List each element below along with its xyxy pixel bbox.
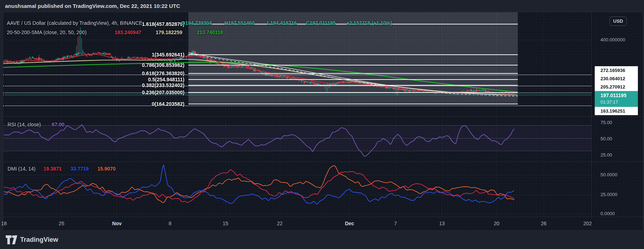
fib-level-label: 0.382(233.532402) xyxy=(3,82,184,89)
time-axis-label: Nov xyxy=(112,221,122,226)
fib-level-line[interactable] xyxy=(188,65,518,65)
price-level-box: 163.196251 xyxy=(595,107,638,115)
fib-level-line[interactable] xyxy=(188,104,518,104)
published-caption: anushsamal published on TradingView.com,… xyxy=(0,0,644,12)
price-tick-400: 400.000000 xyxy=(600,37,625,43)
last-price-value: 197.011195 xyxy=(600,91,638,99)
price-level-box: 205.270912 xyxy=(595,83,638,91)
tradingview-snapshot: anushsamal published on TradingView.com,… xyxy=(0,0,644,249)
pane-divider-rsi-dmi[interactable] xyxy=(3,162,643,162)
currency-toggle-button[interactable]: USD xyxy=(609,17,627,26)
fib-level-label: 0.786(306.853982) xyxy=(3,62,184,68)
dmi-tick-50: 50.0000 xyxy=(600,172,617,178)
fib-level-label: 0.236(207.035000) xyxy=(3,89,184,96)
last-price-box: 197.011195 01:37:17 xyxy=(595,91,638,107)
chart-frame: 1.618(457.852879)1(345.692641)0.786(306.… xyxy=(3,12,643,231)
sma50-value: 179.182259 xyxy=(156,29,182,36)
dmi-indicator-label[interactable]: DMI (14, 14) xyxy=(8,166,36,172)
time-axis[interactable]: 1825Nov81522Dec7132026202 xyxy=(3,217,643,231)
time-axis-label: 7 xyxy=(394,221,397,226)
time-axis-label: 18 xyxy=(1,221,7,226)
rsi-value: 67.00 xyxy=(52,121,64,128)
tradingview-wordmark[interactable]: TradingView xyxy=(20,235,58,244)
fib-level-line[interactable] xyxy=(188,79,518,80)
pane-divider-price-rsi[interactable] xyxy=(3,116,643,117)
price-axis[interactable]: USD 400.000000 272.165936 230.064012 205… xyxy=(591,12,643,217)
fib-level-label: 1(345.692641) xyxy=(3,51,184,58)
time-axis-label: 13 xyxy=(439,221,445,226)
bar-countdown: 01:37:17 xyxy=(600,99,638,105)
dmi-tick-25: 25.0000 xyxy=(600,192,617,198)
dmi-red-value: 19.3871 xyxy=(44,166,62,172)
time-axis-label: 22 xyxy=(277,221,283,226)
rsi-tick-25: 25.00 xyxy=(600,152,612,158)
price-level-box: 230.064012 xyxy=(595,74,638,83)
sma200-value: 213.740118 xyxy=(197,29,223,36)
time-axis-label: 15 xyxy=(223,221,228,226)
chart-canvas xyxy=(3,12,591,217)
header-bar: anushsamal published on TradingView.com,… xyxy=(0,0,644,12)
rsi-level-50-line xyxy=(3,138,591,139)
rsi-tick-75: 75.00 xyxy=(600,120,612,126)
rsi-tick-50: 50.00 xyxy=(600,136,612,142)
time-axis-label: 202 xyxy=(583,221,592,226)
dmi-tick-0: 0.0000 xyxy=(600,211,615,217)
rsi-level-30-line xyxy=(3,151,591,151)
time-axis-label: Dec xyxy=(345,221,354,226)
ohlc-low: L194.418716 xyxy=(267,20,297,26)
fib-level-line[interactable] xyxy=(188,73,518,74)
sma-indicator-label[interactable]: 20-50-200-SMA (close, 20, 50, 200) xyxy=(7,29,87,36)
ohlc-change: +2.152718 (+1.10%) xyxy=(346,20,392,26)
time-axis-label: 26 xyxy=(541,221,547,226)
rsi-indicator-label[interactable]: RSI (14, close) xyxy=(8,121,41,128)
sma20-value: 183.240947 xyxy=(115,29,141,36)
dmi-blue-value: 33.7719 xyxy=(70,166,89,172)
price-level-box: 272.165936 xyxy=(595,66,638,74)
ohlc-open: O194.739304 xyxy=(181,20,212,26)
dmi-orange-value: 15.9070 xyxy=(97,166,116,172)
ohlc-close: C197.011195 xyxy=(306,20,336,26)
time-axis-label: 20 xyxy=(494,221,499,226)
rsi-level-70-line xyxy=(3,125,591,126)
fib-level-line[interactable] xyxy=(188,54,518,55)
plot-area[interactable]: 1.618(457.852879)1(345.692641)0.786(306.… xyxy=(3,12,591,217)
time-axis-label: 25 xyxy=(59,221,64,226)
tradingview-logo-icon[interactable] xyxy=(6,235,17,244)
time-axis-label: 8 xyxy=(169,221,172,226)
fib-level-label: 0(164.203582) xyxy=(3,101,184,107)
bottom-bar: TradingView xyxy=(0,231,644,249)
symbol-title[interactable]: AAVE / US Dollar (calculated by TradingV… xyxy=(7,20,142,26)
ohlc-high: H197.551460 xyxy=(224,20,255,26)
